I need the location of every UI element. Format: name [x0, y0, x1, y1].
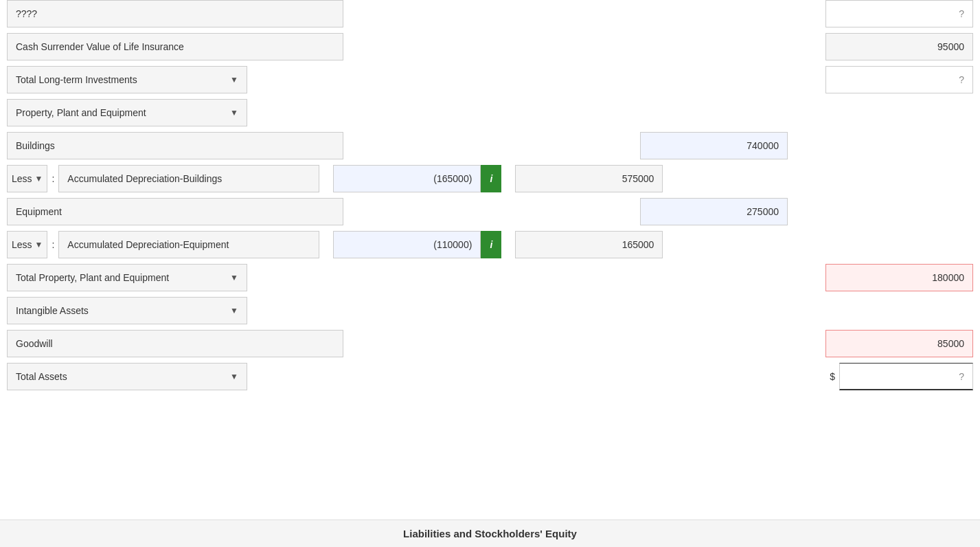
info-equipment-button[interactable]: i [481, 231, 501, 258]
intangible-dropdown[interactable]: Intangible Assets ▼ [7, 297, 247, 324]
total-longterm-dropdown[interactable]: Total Long-term Investments ▼ [7, 66, 247, 93]
total-longterm-arrow: ▼ [230, 75, 238, 85]
less-equipment-row: Less ▼ : Accumulated Depreciation-Equipm… [7, 231, 973, 258]
accum-dep-equipment-label: Accumulated Depreciation-Equipment [58, 231, 319, 258]
total-ppe-row: Total Property, Plant and Equipment ▼ 18… [7, 264, 973, 291]
equipment-value: 275000 [640, 198, 788, 225]
total-assets-dropdown[interactable]: Total Assets ▼ [7, 363, 247, 390]
unknown-row: ???? ? [7, 0, 973, 27]
less-buildings-select[interactable]: Less ▼ [7, 165, 47, 192]
less-equipment-select[interactable]: Less ▼ [7, 231, 47, 258]
goodwill-value: 85000 [825, 330, 973, 357]
buildings-value: 740000 [640, 132, 788, 159]
page-container: ???? ? Cash Surrender Value of Life Insu… [0, 0, 980, 547]
unknown-label: ???? [7, 0, 343, 27]
accum-dep-equipment-credit: 165000 [515, 231, 663, 258]
accum-dep-equipment-debit: (110000) [333, 231, 481, 258]
total-ppe-value: 180000 [825, 264, 973, 291]
total-assets-arrow: ▼ [230, 372, 238, 381]
buildings-row: Buildings 740000 [7, 132, 973, 159]
content-area: ???? ? Cash Surrender Value of Life Insu… [0, 0, 980, 390]
footer-text: Liabilities and Stockholders' Equity [403, 528, 577, 539]
buildings-label: Buildings [7, 132, 343, 159]
intangible-row: Intangible Assets ▼ [7, 297, 973, 324]
unknown-value: ? [825, 0, 973, 27]
total-assets-right: $ ? [825, 363, 973, 390]
total-longterm-row: Total Long-term Investments ▼ ? [7, 66, 973, 93]
ppe-row: Property, Plant and Equipment ▼ [7, 99, 973, 126]
total-ppe-dropdown[interactable]: Total Property, Plant and Equipment ▼ [7, 264, 247, 291]
cash-surrender-label: Cash Surrender Value of Life Insurance [7, 33, 343, 60]
accum-dep-buildings-debit: (165000) [333, 165, 481, 192]
info-buildings-button[interactable]: i [481, 165, 501, 192]
less-buildings-row: Less ▼ : Accumulated Depreciation-Buildi… [7, 165, 973, 192]
goodwill-row: Goodwill 85000 [7, 330, 973, 357]
total-assets-value: ? [839, 363, 973, 390]
ppe-dropdown[interactable]: Property, Plant and Equipment ▼ [7, 99, 247, 126]
less-buildings-colon: : [47, 173, 58, 184]
cash-surrender-row: Cash Surrender Value of Life Insurance 9… [7, 33, 973, 60]
equipment-label: Equipment [7, 198, 343, 225]
equipment-row: Equipment 275000 [7, 198, 973, 225]
accum-dep-buildings-label: Accumulated Depreciation-Buildings [58, 165, 319, 192]
ppe-arrow: ▼ [230, 108, 238, 118]
intangible-arrow: ▼ [230, 306, 238, 315]
less-equipment-colon: : [47, 239, 58, 250]
cash-surrender-value: 95000 [825, 33, 973, 60]
footer-bar: Liabilities and Stockholders' Equity [0, 520, 980, 547]
accum-dep-buildings-credit: 575000 [515, 165, 663, 192]
total-longterm-value: ? [825, 66, 973, 93]
total-assets-dollar: $ [825, 371, 839, 382]
total-assets-row: Total Assets ▼ $ ? [7, 363, 973, 390]
goodwill-label: Goodwill [7, 330, 343, 357]
total-ppe-arrow: ▼ [230, 273, 238, 282]
